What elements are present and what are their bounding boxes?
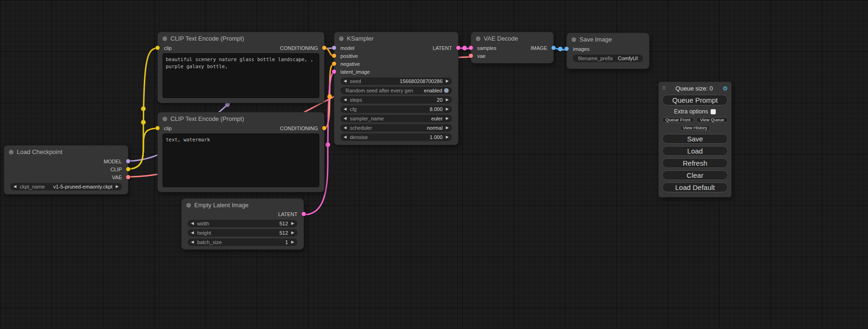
decrement-arrow-icon[interactable]: ◀ xyxy=(191,222,194,225)
collapse-toggle-dot[interactable] xyxy=(162,117,167,121)
port-dot[interactable] xyxy=(456,46,460,50)
prompt-textarea[interactable]: beautiful scenery nature glass bottle la… xyxy=(162,53,319,98)
widget-filename-prefix[interactable]: filename_prefix ComfyUI xyxy=(573,55,643,62)
port-dot[interactable] xyxy=(551,46,556,50)
input-port-clip[interactable]: clip xyxy=(158,124,172,132)
port-dot[interactable] xyxy=(155,46,160,50)
refresh-button[interactable]: Refresh xyxy=(662,158,728,168)
port-dot[interactable] xyxy=(322,126,326,130)
port-dot[interactable] xyxy=(302,212,306,216)
increment-arrow-icon[interactable]: ▶ xyxy=(291,231,294,235)
decrement-arrow-icon[interactable]: ◀ xyxy=(191,240,194,244)
node-header[interactable]: VAE Decode xyxy=(471,32,553,44)
collapse-toggle-dot[interactable] xyxy=(9,150,14,154)
drag-handle-icon[interactable]: ⠿ xyxy=(662,85,666,91)
collapse-toggle-dot[interactable] xyxy=(339,36,344,41)
port-dot[interactable] xyxy=(565,47,569,51)
node-header[interactable]: CLIP Text Encode (Prompt) xyxy=(158,112,324,124)
prompt-textarea[interactable]: text, watermark xyxy=(162,133,319,187)
widget-steps[interactable]: ◀ steps 20 ▶ xyxy=(340,96,452,104)
widget-ckpt-name[interactable]: ◀ ckpt_name v1-5-pruned-emaonly.ckpt ▶ xyxy=(10,183,122,190)
port-dot[interactable] xyxy=(126,175,130,179)
node-clip-text-encode-negative[interactable]: CLIP Text Encode (Prompt) clip CONDITION… xyxy=(157,112,325,192)
input-port-clip[interactable]: clip xyxy=(158,44,172,52)
node-load-checkpoint[interactable]: Load Checkpoint MODEL CLIP VAE ◀ ckpt_na… xyxy=(4,145,128,195)
port-dot[interactable] xyxy=(332,54,336,58)
decrement-arrow-icon[interactable]: ◀ xyxy=(344,117,346,120)
save-button[interactable]: Save xyxy=(662,134,728,144)
output-port-latent[interactable]: LATENT xyxy=(278,210,303,218)
widget-seed[interactable]: ◀ seed 156680208700286 ▶ xyxy=(340,77,452,85)
increment-arrow-icon[interactable]: ▶ xyxy=(446,126,449,130)
input-port-vae[interactable]: vae xyxy=(471,52,496,60)
port-dot[interactable] xyxy=(332,62,336,66)
port-dot[interactable] xyxy=(126,159,130,163)
widget-width[interactable]: ◀ width 512 ▶ xyxy=(188,220,297,227)
node-empty-latent-image[interactable]: Empty Latent Image LATENT ◀ width 512 ▶ … xyxy=(181,198,304,250)
output-port-model[interactable]: MODEL xyxy=(104,157,128,165)
decrement-arrow-icon[interactable]: ◀ xyxy=(191,231,194,235)
increment-arrow-icon[interactable]: ▶ xyxy=(446,107,449,111)
port-dot[interactable] xyxy=(332,70,336,74)
increment-arrow-icon[interactable]: ▶ xyxy=(291,240,294,244)
widget-sampler-name[interactable]: ◀ sampler_name euler ▶ xyxy=(340,115,452,122)
input-port-latent-image[interactable]: latent_image xyxy=(334,68,370,76)
node-header[interactable]: CLIP Text Encode (Prompt) xyxy=(158,32,324,44)
decrement-arrow-icon[interactable]: ◀ xyxy=(344,135,346,139)
node-clip-text-encode-positive[interactable]: CLIP Text Encode (Prompt) clip CONDITION… xyxy=(157,32,325,103)
port-dot[interactable] xyxy=(332,46,336,50)
collapse-toggle-dot[interactable] xyxy=(162,36,167,41)
widget-height[interactable]: ◀ height 512 ▶ xyxy=(188,229,297,237)
increment-arrow-icon[interactable]: ▶ xyxy=(291,222,294,225)
port-dot[interactable] xyxy=(469,46,473,50)
collapse-toggle-dot[interactable] xyxy=(186,203,191,208)
collapse-toggle-dot[interactable] xyxy=(572,37,576,42)
input-port-positive[interactable]: positive xyxy=(334,52,370,60)
view-history-button[interactable]: View History xyxy=(680,125,710,131)
increment-arrow-icon[interactable]: ▶ xyxy=(116,185,119,189)
node-header[interactable]: Load Checkpoint xyxy=(4,146,128,157)
clear-button[interactable]: Clear xyxy=(662,170,728,180)
output-port-vae[interactable]: VAE xyxy=(104,173,128,181)
widget-random-seed[interactable]: Random seed after every gen enabled xyxy=(340,87,452,94)
load-button[interactable]: Load xyxy=(662,146,728,156)
input-port-model[interactable]: model xyxy=(334,44,370,52)
output-port-image[interactable]: IMAGE xyxy=(531,44,553,52)
decrement-arrow-icon[interactable]: ◀ xyxy=(344,126,346,130)
increment-arrow-icon[interactable]: ▶ xyxy=(446,98,449,102)
node-vae-decode[interactable]: VAE Decode samples vae IMAGE xyxy=(471,32,554,63)
view-queue-button[interactable]: View Queue xyxy=(696,117,728,123)
node-ksampler[interactable]: KSampler model positive negative latent_… xyxy=(334,32,459,145)
settings-gear-icon[interactable]: ⚙ xyxy=(722,85,728,92)
node-header[interactable]: Save Image xyxy=(567,33,649,45)
queue-prompt-button[interactable]: Queue Prompt xyxy=(662,95,728,105)
port-dot[interactable] xyxy=(322,46,326,50)
load-default-button[interactable]: Load Default xyxy=(662,182,728,192)
extra-options-checkbox[interactable] xyxy=(711,109,716,114)
output-port-clip[interactable]: CLIP xyxy=(104,165,128,173)
port-dot[interactable] xyxy=(469,54,473,58)
widget-scheduler[interactable]: ◀ scheduler normal ▶ xyxy=(340,124,452,132)
output-port-conditioning[interactable]: CONDITIONING xyxy=(280,44,324,52)
decrement-arrow-icon[interactable]: ◀ xyxy=(344,98,346,102)
increment-arrow-icon[interactable]: ▶ xyxy=(446,79,449,83)
widget-batch-size[interactable]: ◀ batch_size 1 ▶ xyxy=(188,238,297,246)
increment-arrow-icon[interactable]: ▶ xyxy=(446,117,449,120)
decrement-arrow-icon[interactable]: ◀ xyxy=(14,185,16,189)
output-port-conditioning[interactable]: CONDITIONING xyxy=(280,124,324,132)
input-port-negative[interactable]: negative xyxy=(334,60,370,68)
port-dot[interactable] xyxy=(155,126,160,130)
input-port-images[interactable]: images xyxy=(567,45,589,53)
node-save-image[interactable]: Save Image images filename_prefix ComfyU… xyxy=(566,33,649,69)
queue-front-button[interactable]: Queue Front xyxy=(662,117,694,123)
widget-denoise[interactable]: ◀ denoise 1.000 ▶ xyxy=(340,133,452,141)
widget-cfg[interactable]: ◀ cfg 8.000 ▶ xyxy=(340,105,452,113)
collapse-toggle-dot[interactable] xyxy=(476,36,480,41)
increment-arrow-icon[interactable]: ▶ xyxy=(446,135,449,139)
decrement-arrow-icon[interactable]: ◀ xyxy=(344,79,346,83)
node-header[interactable]: KSampler xyxy=(334,32,458,44)
node-header[interactable]: Empty Latent Image xyxy=(182,199,303,210)
input-port-samples[interactable]: samples xyxy=(471,44,496,52)
port-dot[interactable] xyxy=(126,167,130,171)
output-port-latent[interactable]: LATENT xyxy=(433,44,458,52)
